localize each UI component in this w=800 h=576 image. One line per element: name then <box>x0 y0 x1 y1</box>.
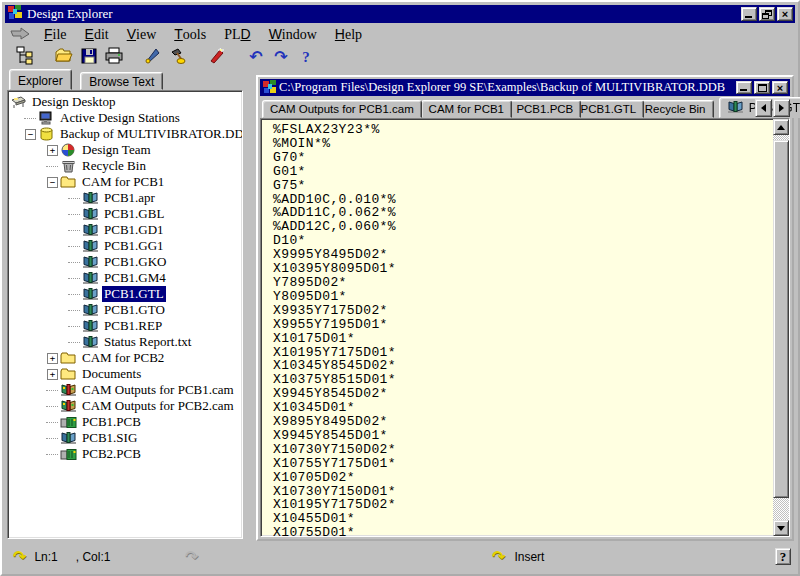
menu-item-edit[interactable]: Edit <box>76 25 118 44</box>
tree-item-active-design-stations[interactable]: Active Design Stations <box>10 110 242 126</box>
document-icon <box>82 271 99 285</box>
cam-output-icon <box>60 383 77 397</box>
tree-item-recycle-bin[interactable]: Recycle Bin <box>10 158 242 174</box>
tree-expander[interactable]: − <box>24 126 38 142</box>
toggle-explorer-panel-button[interactable] <box>13 46 37 68</box>
redo-button[interactable]: ↷ <box>269 46 293 68</box>
gerber-text-content[interactable]: %FSLAX23Y23*%%MOIN*%G70*G01*G75*%ADD10C,… <box>261 119 772 536</box>
close-icon: × <box>778 8 792 20</box>
tree-item-pcb1-sig[interactable]: PCB1.SIG <box>10 430 242 446</box>
tree-item-pcb2-pcb[interactable]: PCB2.PCB <box>10 446 242 462</box>
restore-button[interactable] <box>759 7 775 21</box>
tree-line <box>46 422 58 423</box>
tree-item-pcb1-apr[interactable]: PCB1.apr <box>10 190 242 206</box>
scroll-up-button[interactable] <box>773 119 789 135</box>
document-logo-icon <box>262 79 276 97</box>
vertical-scrollbar[interactable] <box>773 119 789 536</box>
tree-expander[interactable]: − <box>46 174 60 190</box>
tab-explorer[interactable]: Explorer <box>9 69 72 90</box>
cut-button[interactable] <box>141 46 165 68</box>
tree-connector <box>46 446 60 462</box>
close-button[interactable]: × <box>772 81 788 94</box>
tree-item-cam-for-pcb2[interactable]: +CAM for PCB2 <box>10 350 242 366</box>
scrollbar-thumb[interactable] <box>773 140 789 498</box>
tree-item-pcb1-gbl[interactable]: PCB1.GBL <box>10 206 242 222</box>
tree-expander[interactable]: + <box>46 142 60 158</box>
doc-tab-label: CAM for PCB1 <box>429 103 504 115</box>
tree-item-cam-outputs-for-pcb2-cam[interactable]: CAM Outputs for PCB2.cam <box>10 398 242 414</box>
tab-scroll-left-button[interactable] <box>755 99 772 117</box>
menu-item-pld[interactable]: PLD <box>215 25 259 44</box>
menu-arrow-icon[interactable] <box>9 26 35 42</box>
tree-item-pcb1-gg1[interactable]: PCB1.GG1 <box>10 238 242 254</box>
open-document-button[interactable] <box>52 46 76 68</box>
tree-item-pcb1-gko[interactable]: PCB1.GKO <box>10 254 242 270</box>
redo-arrow-icon: ↷ <box>274 48 287 66</box>
tools-button[interactable] <box>166 46 190 68</box>
plus-expander-icon[interactable]: + <box>47 369 58 380</box>
insert-mode-icon: ↷ <box>492 547 505 567</box>
tree-item-pcb1-pcb[interactable]: PCB1.PCB <box>10 414 242 430</box>
doc-tab-4-recycle-bin[interactable]: Recycle Bin <box>637 100 714 118</box>
menu-item-help[interactable]: Help <box>326 25 371 44</box>
left-arrow-icon <box>761 104 766 112</box>
tree-item-backup-of-multivibrator-ddb[interactable]: −Backup of MULTIVIBRATOR.DDB <box>10 126 242 142</box>
close-button[interactable]: × <box>777 7 793 21</box>
scroll-down-button[interactable] <box>773 520 789 536</box>
minus-expander-icon[interactable]: − <box>47 177 58 188</box>
wizard-button[interactable] <box>205 46 229 68</box>
tree-item-pcb1-gd1[interactable]: PCB1.GD1 <box>10 222 242 238</box>
tree-item-cam-outputs-for-pcb1-cam[interactable]: CAM Outputs for PCB1.cam <box>10 382 242 398</box>
tab-browse-text[interactable]: Browse Text <box>80 72 163 90</box>
jump-to-line-icon[interactable]: ↷ <box>13 547 26 567</box>
tree-expander[interactable]: + <box>46 350 60 366</box>
tree-item-pcb1-gtl[interactable]: PCB1.GTL <box>10 286 242 302</box>
doc-tab-label: PCB1.GTL <box>581 103 637 115</box>
code-line: X10395Y8095D01* <box>273 262 772 276</box>
menu-item-tools[interactable]: Tools <box>165 25 215 44</box>
doc-tab-2-pcb1-pcb[interactable]: PCB1.PCB <box>508 100 581 118</box>
minimize-button[interactable] <box>741 7 757 21</box>
explorer-panel: ExplorerBrowse Text Design DesktopActive… <box>7 69 243 539</box>
tree-item-pcb1-rep[interactable]: PCB1.REP <box>10 318 242 334</box>
plus-expander-icon[interactable]: + <box>47 145 58 156</box>
document-title-bar[interactable]: C:\Program Files\Design Explorer 99 SE\E… <box>260 79 790 96</box>
code-line: %ADD11C,0.062*% <box>273 206 772 220</box>
app-logo-icon <box>7 4 23 24</box>
tree-item-status-report-txt[interactable]: Status Report.txt <box>10 334 242 350</box>
minus-expander-icon[interactable]: − <box>25 129 36 140</box>
print-button[interactable] <box>102 46 126 68</box>
code-line: X10345Y8545D02* <box>273 359 772 373</box>
undo-button[interactable]: ↶ <box>244 46 268 68</box>
tree-item-pcb1-gto[interactable]: PCB1.GTO <box>10 302 242 318</box>
plus-expander-icon[interactable]: + <box>47 353 58 364</box>
tree-line <box>68 262 80 263</box>
tree-connector <box>46 382 60 398</box>
tab-scroll-right-button[interactable] <box>773 99 790 117</box>
tree-item-design-desktop[interactable]: Design Desktop <box>10 94 242 110</box>
panel-splitter[interactable] <box>243 69 256 541</box>
menu-item-file[interactable]: File <box>35 25 76 44</box>
tree-item-design-team[interactable]: +Design Team <box>10 142 242 158</box>
doc-tab-0-cam-outputs-for-pcb1-cam[interactable]: CAM Outputs for PCB1.cam <box>262 100 422 118</box>
save-button[interactable] <box>77 46 101 68</box>
help-button[interactable]: ? <box>294 46 318 68</box>
maximize-button[interactable] <box>754 81 770 94</box>
tree-item-cam-for-pcb1[interactable]: −CAM for PCB1 <box>10 174 242 190</box>
tree-item-label: CAM for PCB1 <box>80 174 166 190</box>
title-bar[interactable]: Design Explorer × <box>5 5 795 23</box>
tree-item-documents[interactable]: +Documents <box>10 366 242 382</box>
maximize-icon <box>758 84 767 92</box>
doc-tab-1-cam-for-pcb1[interactable]: CAM for PCB1 <box>421 100 512 118</box>
document-icon <box>82 255 99 269</box>
menu-item-view[interactable]: View <box>118 25 166 44</box>
tree-item-pcb1-gm4[interactable]: PCB1.GM4 <box>10 270 242 286</box>
menu-item-window[interactable]: Window <box>260 25 326 44</box>
doc-tab-3-pcb1-gtl[interactable]: PCB1.GTL <box>573 100 645 118</box>
knife-icon <box>144 47 162 68</box>
code-line: X10730Y7150D02* <box>273 443 772 457</box>
minimize-button[interactable] <box>736 81 752 94</box>
tree-expander[interactable]: + <box>46 366 60 382</box>
status-help-button[interactable]: ? <box>775 548 791 565</box>
question-icon: ? <box>302 48 310 66</box>
